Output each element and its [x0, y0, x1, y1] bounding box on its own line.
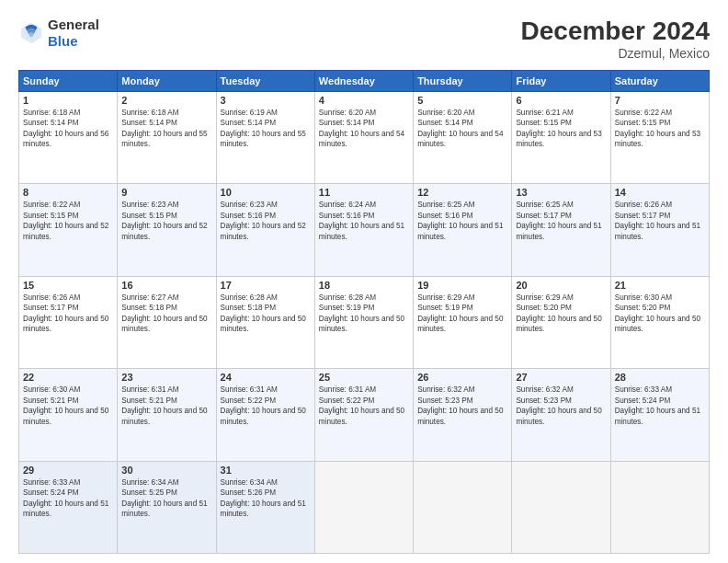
table-row: 5Sunrise: 6:20 AMSunset: 5:14 PMDaylight… [414, 92, 512, 184]
table-row: 27Sunrise: 6:32 AMSunset: 5:23 PMDayligh… [512, 369, 610, 461]
table-row [314, 461, 413, 553]
table-row: 8Sunrise: 6:22 AMSunset: 5:15 PMDaylight… [19, 184, 118, 276]
cell-info: Sunrise: 6:24 AMSunset: 5:16 PMDaylight:… [319, 200, 409, 242]
day-number: 23 [121, 372, 211, 383]
day-number: 21 [615, 280, 705, 291]
col-sunday: Sunday [19, 71, 118, 92]
day-number: 26 [417, 372, 507, 383]
day-number: 8 [23, 187, 113, 198]
day-number: 27 [516, 372, 606, 383]
cell-info: Sunrise: 6:28 AMSunset: 5:19 PMDaylight:… [319, 293, 409, 335]
table-row: 26Sunrise: 6:32 AMSunset: 5:23 PMDayligh… [414, 369, 512, 461]
cell-info: Sunrise: 6:34 AMSunset: 5:26 PMDaylight:… [221, 477, 311, 520]
table-row: 12Sunrise: 6:25 AMSunset: 5:16 PMDayligh… [414, 184, 512, 276]
logo-text: General Blue [48, 17, 99, 50]
table-row: 29Sunrise: 6:33 AMSunset: 5:24 PMDayligh… [19, 461, 118, 553]
day-number: 25 [319, 372, 409, 383]
title-block: December 2024 Dzemul, Mexico [521, 17, 710, 61]
day-number: 1 [23, 95, 113, 106]
day-number: 7 [615, 95, 705, 106]
table-row: 16Sunrise: 6:27 AMSunset: 5:18 PMDayligh… [118, 276, 216, 368]
cell-info: Sunrise: 6:31 AMSunset: 5:22 PMDaylight:… [319, 385, 409, 427]
day-number: 4 [319, 95, 409, 106]
cell-info: Sunrise: 6:28 AMSunset: 5:18 PMDaylight:… [221, 293, 311, 335]
day-number: 12 [417, 187, 507, 198]
main-title: December 2024 [521, 17, 710, 46]
cell-info: Sunrise: 6:22 AMSunset: 5:15 PMDaylight:… [615, 108, 705, 150]
cell-info: Sunrise: 6:32 AMSunset: 5:23 PMDaylight:… [516, 385, 606, 427]
cell-info: Sunrise: 6:26 AMSunset: 5:17 PMDaylight:… [615, 200, 705, 242]
day-number: 15 [23, 280, 113, 291]
header: General Blue December 2024 Dzemul, Mexic… [18, 17, 710, 61]
table-row: 24Sunrise: 6:31 AMSunset: 5:22 PMDayligh… [216, 369, 314, 461]
cell-info: Sunrise: 6:32 AMSunset: 5:23 PMDaylight:… [417, 385, 507, 427]
table-row [414, 461, 512, 553]
day-number: 29 [23, 465, 113, 476]
calendar-header-row: Sunday Monday Tuesday Wednesday Thursday… [19, 71, 710, 92]
day-number: 3 [221, 95, 311, 106]
cell-info: Sunrise: 6:31 AMSunset: 5:22 PMDaylight:… [221, 385, 311, 427]
cell-info: Sunrise: 6:25 AMSunset: 5:16 PMDaylight:… [417, 200, 507, 242]
table-row: 23Sunrise: 6:31 AMSunset: 5:21 PMDayligh… [118, 369, 216, 461]
table-row: 30Sunrise: 6:34 AMSunset: 5:25 PMDayligh… [118, 461, 216, 553]
cell-info: Sunrise: 6:30 AMSunset: 5:20 PMDaylight:… [615, 293, 705, 335]
page: General Blue December 2024 Dzemul, Mexic… [0, 0, 728, 563]
cell-info: Sunrise: 6:27 AMSunset: 5:18 PMDaylight:… [121, 293, 211, 335]
day-number: 6 [516, 95, 606, 106]
cell-info: Sunrise: 6:23 AMSunset: 5:15 PMDaylight:… [121, 200, 211, 242]
subtitle: Dzemul, Mexico [521, 46, 710, 61]
table-row: 20Sunrise: 6:29 AMSunset: 5:20 PMDayligh… [512, 276, 610, 368]
col-wednesday: Wednesday [314, 71, 413, 92]
day-number: 28 [615, 372, 705, 383]
table-row: 17Sunrise: 6:28 AMSunset: 5:18 PMDayligh… [216, 276, 314, 368]
cell-info: Sunrise: 6:19 AMSunset: 5:14 PMDaylight:… [221, 108, 311, 150]
cell-info: Sunrise: 6:20 AMSunset: 5:14 PMDaylight:… [417, 108, 507, 150]
table-row: 11Sunrise: 6:24 AMSunset: 5:16 PMDayligh… [314, 184, 413, 276]
cell-info: Sunrise: 6:30 AMSunset: 5:21 PMDaylight:… [23, 385, 113, 427]
day-number: 22 [23, 372, 113, 383]
cell-info: Sunrise: 6:23 AMSunset: 5:16 PMDaylight:… [221, 200, 311, 242]
logo-icon [18, 20, 44, 46]
day-number: 16 [121, 280, 211, 291]
col-thursday: Thursday [414, 71, 512, 92]
table-row: 2Sunrise: 6:18 AMSunset: 5:14 PMDaylight… [118, 92, 216, 184]
day-number: 31 [221, 465, 311, 476]
day-number: 30 [121, 465, 211, 476]
table-row: 21Sunrise: 6:30 AMSunset: 5:20 PMDayligh… [610, 276, 709, 368]
table-row: 10Sunrise: 6:23 AMSunset: 5:16 PMDayligh… [216, 184, 314, 276]
table-row: 6Sunrise: 6:21 AMSunset: 5:15 PMDaylight… [512, 92, 610, 184]
cell-info: Sunrise: 6:18 AMSunset: 5:14 PMDaylight:… [23, 108, 113, 150]
table-row: 25Sunrise: 6:31 AMSunset: 5:22 PMDayligh… [314, 369, 413, 461]
table-row: 4Sunrise: 6:20 AMSunset: 5:14 PMDaylight… [314, 92, 413, 184]
calendar-table: Sunday Monday Tuesday Wednesday Thursday… [18, 70, 710, 554]
cell-info: Sunrise: 6:33 AMSunset: 5:24 PMDaylight:… [615, 385, 705, 427]
day-number: 13 [516, 187, 606, 198]
table-row: 31Sunrise: 6:34 AMSunset: 5:26 PMDayligh… [216, 461, 314, 553]
cell-info: Sunrise: 6:20 AMSunset: 5:14 PMDaylight:… [319, 108, 409, 150]
day-number: 14 [615, 187, 705, 198]
day-number: 2 [121, 95, 211, 106]
table-row [610, 461, 709, 553]
cell-info: Sunrise: 6:33 AMSunset: 5:24 PMDaylight:… [23, 477, 113, 520]
cell-info: Sunrise: 6:34 AMSunset: 5:25 PMDaylight:… [121, 477, 211, 520]
day-number: 24 [221, 372, 311, 383]
cell-info: Sunrise: 6:18 AMSunset: 5:14 PMDaylight:… [121, 108, 211, 150]
calendar-week-row: 15Sunrise: 6:26 AMSunset: 5:17 PMDayligh… [19, 276, 710, 368]
cell-info: Sunrise: 6:25 AMSunset: 5:17 PMDaylight:… [516, 200, 606, 242]
logo-line1: General [48, 17, 99, 33]
table-row: 18Sunrise: 6:28 AMSunset: 5:19 PMDayligh… [314, 276, 413, 368]
cell-info: Sunrise: 6:26 AMSunset: 5:17 PMDaylight:… [23, 293, 113, 335]
table-row: 9Sunrise: 6:23 AMSunset: 5:15 PMDaylight… [118, 184, 216, 276]
day-number: 5 [417, 95, 507, 106]
day-number: 11 [319, 187, 409, 198]
table-row: 7Sunrise: 6:22 AMSunset: 5:15 PMDaylight… [610, 92, 709, 184]
day-number: 20 [516, 280, 606, 291]
calendar-week-row: 22Sunrise: 6:30 AMSunset: 5:21 PMDayligh… [19, 369, 710, 461]
day-number: 17 [221, 280, 311, 291]
table-row: 15Sunrise: 6:26 AMSunset: 5:17 PMDayligh… [19, 276, 118, 368]
day-number: 10 [221, 187, 311, 198]
calendar-week-row: 8Sunrise: 6:22 AMSunset: 5:15 PMDaylight… [19, 184, 710, 276]
cell-info: Sunrise: 6:22 AMSunset: 5:15 PMDaylight:… [23, 200, 113, 242]
day-number: 19 [417, 280, 507, 291]
table-row: 28Sunrise: 6:33 AMSunset: 5:24 PMDayligh… [610, 369, 709, 461]
